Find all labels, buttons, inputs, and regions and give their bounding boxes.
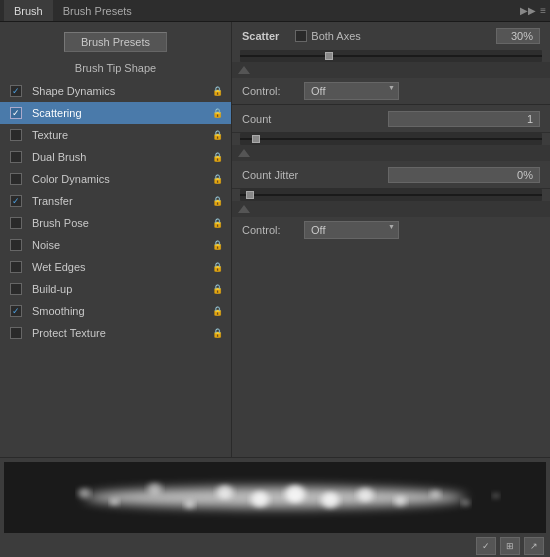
control-row-2: Control: Off Fade Pen Pressure Pen Tilt (232, 217, 550, 243)
lock-color-dynamics: 🔒 (212, 174, 223, 184)
list-item-scattering[interactable]: Scattering 🔒 (0, 102, 231, 124)
svg-point-2 (78, 488, 90, 499)
both-axes-checkbox[interactable] (295, 30, 307, 42)
checkbox-shape-dynamics[interactable] (10, 85, 22, 97)
brush-presets-button[interactable]: Brush Presets (64, 32, 167, 52)
label-noise: Noise (32, 239, 212, 251)
checkbox-noise[interactable] (10, 239, 22, 251)
lock-noise: 🔒 (212, 240, 223, 250)
lock-dual-brush: 🔒 (212, 152, 223, 162)
count-jitter-row: Count Jitter (232, 161, 550, 189)
list-item-texture[interactable]: Texture 🔒 (0, 124, 231, 146)
right-panel: Scatter Both Axes Control: (232, 22, 550, 457)
list-item-transfer[interactable]: Transfer 🔒 (0, 190, 231, 212)
tab-brush[interactable]: Brush (4, 0, 53, 21)
label-brush-pose: Brush Pose (32, 217, 212, 229)
checkbox-dual-brush[interactable] (10, 151, 22, 163)
scatter-slider[interactable] (240, 50, 542, 62)
checkbox-scattering[interactable] (10, 107, 22, 119)
lock-shape-dynamics: 🔒 (212, 86, 223, 96)
control-label-1: Control: (242, 85, 296, 97)
checkbox-smoothing[interactable] (10, 305, 22, 317)
both-axes-check[interactable]: Both Axes (295, 30, 361, 42)
label-transfer: Transfer (32, 195, 212, 207)
svg-point-3 (110, 498, 118, 505)
control-select-wrap-1: Off Fade Pen Pressure Pen Tilt (304, 82, 399, 100)
lock-wet-edges: 🔒 (212, 262, 223, 272)
brush-tip-shape-header: Brush Tip Shape (0, 60, 231, 76)
svg-point-14 (493, 493, 499, 498)
label-texture: Texture (32, 129, 212, 141)
arrow-triangle-2 (238, 149, 250, 157)
list-item-smoothing[interactable]: Smoothing 🔒 (0, 300, 231, 322)
left-panel: Brush Presets Brush Tip Shape Shape Dyna… (0, 22, 232, 457)
count-jitter-slider[interactable] (240, 189, 542, 201)
control-row-1: Control: Off Fade Pen Pressure Pen Tilt (232, 78, 550, 104)
main-container: Brush Presets Brush Tip Shape Shape Dyna… (0, 22, 550, 457)
list-item-wet-edges[interactable]: Wet Edges 🔒 (0, 256, 231, 278)
svg-point-1 (84, 487, 465, 508)
tab-brush-presets[interactable]: Brush Presets (53, 0, 142, 21)
svg-point-13 (462, 499, 470, 506)
count-slider-handle[interactable] (252, 135, 260, 143)
brush-list: Shape Dynamics 🔒 Scattering 🔒 Texture 🔒 … (0, 80, 231, 344)
svg-point-12 (431, 490, 441, 499)
list-item-dual-brush[interactable]: Dual Brush 🔒 (0, 146, 231, 168)
svg-point-4 (148, 482, 162, 494)
expand-icon[interactable]: ▶▶ (520, 5, 536, 16)
lock-brush-pose: 🔒 (212, 218, 223, 228)
scatter-slider-handle[interactable] (325, 52, 333, 60)
label-scattering: Scattering (32, 107, 212, 119)
count-jitter-input[interactable] (388, 167, 540, 183)
count-label: Count (242, 113, 388, 125)
checkmark-button[interactable]: ✓ (476, 537, 496, 555)
checkbox-build-up[interactable] (10, 283, 22, 295)
tab-bar: Brush Brush Presets ▶▶ ≡ (0, 0, 550, 22)
checkbox-wet-edges[interactable] (10, 261, 22, 273)
lock-build-up: 🔒 (212, 284, 223, 294)
checkbox-protect-texture[interactable] (10, 327, 22, 339)
svg-point-10 (357, 488, 373, 502)
list-item-noise[interactable]: Noise 🔒 (0, 234, 231, 256)
svg-point-9 (321, 492, 339, 508)
control-select-1[interactable]: Off Fade Pen Pressure Pen Tilt (304, 82, 399, 100)
brush-preview-svg (4, 462, 546, 533)
menu-icon[interactable]: ≡ (540, 5, 546, 16)
label-wet-edges: Wet Edges (32, 261, 212, 273)
checkbox-color-dynamics[interactable] (10, 173, 22, 185)
checkbox-texture[interactable] (10, 129, 22, 141)
list-item-brush-pose[interactable]: Brush Pose 🔒 (0, 212, 231, 234)
arrow-triangle-3 (238, 205, 250, 213)
arrow-button[interactable]: ↗ (524, 537, 544, 555)
scatter-header: Scatter Both Axes (232, 22, 550, 50)
svg-point-11 (394, 496, 406, 507)
label-color-dynamics: Color Dynamics (32, 173, 212, 185)
svg-point-6 (217, 485, 233, 499)
lock-transfer: 🔒 (212, 196, 223, 206)
tab-actions: ▶▶ ≡ (520, 5, 546, 16)
list-item-color-dynamics[interactable]: Color Dynamics 🔒 (0, 168, 231, 190)
lock-smoothing: 🔒 (212, 306, 223, 316)
list-item-build-up[interactable]: Build-up 🔒 (0, 278, 231, 300)
scatter-label: Scatter (242, 30, 279, 42)
bottom-preview: ✓ ⊞ ↗ (0, 457, 550, 557)
grid-button[interactable]: ⊞ (500, 537, 520, 555)
list-item-shape-dynamics[interactable]: Shape Dynamics 🔒 (0, 80, 231, 102)
checkbox-brush-pose[interactable] (10, 217, 22, 229)
count-input[interactable] (388, 111, 540, 127)
checkbox-transfer[interactable] (10, 195, 22, 207)
label-protect-texture: Protect Texture (32, 327, 212, 339)
count-jitter-slider-handle[interactable] (246, 191, 254, 199)
arrow-row-3 (232, 201, 550, 217)
count-row: Count (232, 105, 550, 133)
scatter-value-input[interactable] (496, 28, 540, 44)
count-slider[interactable] (240, 133, 542, 145)
lock-texture: 🔒 (212, 130, 223, 140)
arrow-row-1 (232, 62, 550, 78)
control-select-2[interactable]: Off Fade Pen Pressure Pen Tilt (304, 221, 399, 239)
label-smoothing: Smoothing (32, 305, 212, 317)
list-item-protect-texture[interactable]: Protect Texture 🔒 (0, 322, 231, 344)
brush-preview-area (4, 462, 546, 533)
svg-point-8 (285, 485, 305, 503)
right-spacer (232, 243, 550, 457)
